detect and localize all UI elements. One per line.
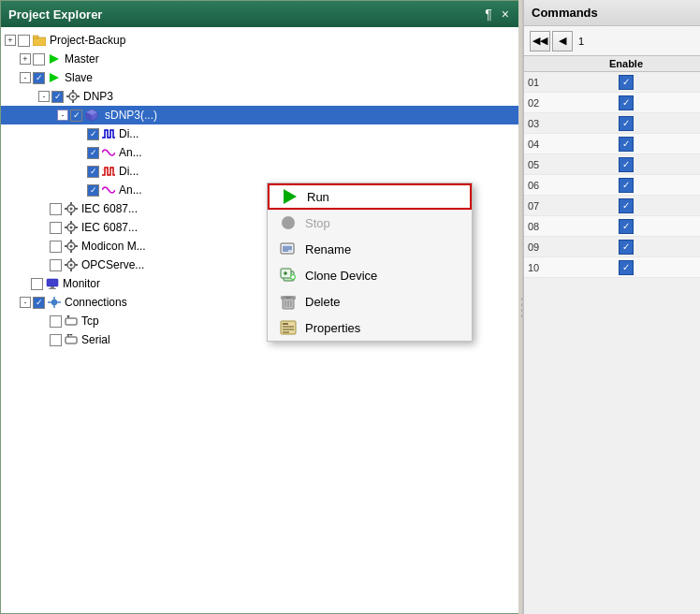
tree-item-an1[interactable]: An...	[1, 143, 519, 162]
svg-rect-18	[65, 208, 67, 210]
gear-opcserver-icon	[64, 257, 79, 272]
wave-di1-icon	[101, 126, 116, 141]
checkbox-tcp[interactable]	[50, 315, 62, 328]
cmd-checkbox-01[interactable]	[619, 75, 634, 90]
cmd-checkbox-08[interactable]	[619, 219, 634, 234]
svg-rect-40	[49, 288, 56, 289]
tree-item-dnp3[interactable]: - DNP3	[1, 87, 519, 106]
cmd-row-10[interactable]: 10	[524, 257, 700, 278]
rename-label: Rename	[305, 242, 351, 256]
tree-item-slave[interactable]: - Slave	[1, 68, 519, 87]
checkbox-modicon[interactable]	[50, 241, 62, 253]
cmd-checkbox-10[interactable]	[619, 260, 634, 275]
cmd-checkbox-04[interactable]	[619, 137, 634, 152]
checkbox-master[interactable]	[33, 53, 45, 66]
cmd-checkbox-07[interactable]	[619, 198, 634, 213]
cmd-checkbox-06[interactable]	[619, 178, 634, 193]
cmd-row-08[interactable]: 08	[524, 216, 700, 237]
cmd-row-03[interactable]: 03	[524, 113, 700, 134]
svg-rect-19	[75, 208, 78, 210]
label-di1: Di...	[119, 127, 139, 140]
context-menu-properties[interactable]: Properties	[268, 314, 472, 341]
svg-rect-39	[51, 286, 54, 288]
svg-point-5	[72, 95, 75, 98]
expand-slave[interactable]: -	[20, 72, 31, 83]
arrow-slave-icon	[47, 70, 62, 85]
cmd-row-01[interactable]: 01	[524, 72, 700, 93]
svg-rect-16	[70, 202, 72, 205]
pin-button[interactable]: ¶	[482, 7, 495, 21]
tree-item-project-backup[interactable]: + Project-Backup	[1, 31, 519, 50]
cmd-num-09: 09	[528, 241, 556, 253]
tree-item-di1[interactable]: Di...	[1, 124, 519, 143]
checkbox-connections[interactable]	[33, 297, 45, 309]
cmd-row-05[interactable]: 05	[524, 154, 700, 175]
play-icon	[281, 187, 299, 206]
checkbox-opcserver[interactable]	[50, 259, 62, 271]
monitor-icon	[45, 276, 60, 291]
checkbox-di1[interactable]	[87, 128, 99, 140]
delete-icon	[279, 292, 298, 311]
svg-rect-28	[70, 240, 72, 242]
svg-marker-3	[50, 73, 59, 82]
checkbox-monitor[interactable]	[31, 278, 43, 290]
svg-rect-17	[70, 212, 72, 215]
close-button[interactable]: ×	[499, 7, 512, 21]
svg-rect-34	[70, 258, 72, 261]
expand-project-backup[interactable]: +	[5, 35, 16, 46]
properties-icon	[279, 318, 298, 337]
cmd-row-04[interactable]: 04	[524, 134, 700, 154]
cmd-checkbox-09[interactable]	[619, 240, 634, 255]
panel-header-buttons: ¶ ×	[482, 7, 512, 21]
tree-item-sdnp3[interactable]: - sDNP3(...)	[1, 106, 519, 124]
checkbox-dnp3[interactable]	[51, 91, 64, 103]
commands-list: 01 02 03 04 05 06 07 08	[524, 72, 700, 614]
cmd-num-10: 10	[528, 262, 556, 273]
checkbox-project-backup[interactable]	[18, 35, 30, 47]
svg-rect-7	[72, 100, 74, 103]
context-menu-clone[interactable]: Clone Device	[268, 262, 472, 288]
cmd-row-09[interactable]: 09	[524, 237, 700, 257]
cmd-checkbox-02[interactable]	[619, 95, 634, 110]
svg-point-52	[70, 334, 73, 336]
cmd-num-05: 05	[528, 159, 556, 170]
page-number: 1	[578, 36, 584, 47]
label-tcp: Tcp	[81, 314, 99, 328]
first-page-button[interactable]: ◀◀	[530, 31, 550, 51]
checkbox-di2[interactable]	[87, 166, 99, 178]
tree-item-di2[interactable]: Di...	[1, 162, 519, 181]
checkbox-an2[interactable]	[87, 184, 99, 197]
tree-item-master[interactable]: + Master	[1, 50, 519, 68]
rename-icon	[279, 240, 298, 258]
expand-sdnp3[interactable]: -	[57, 110, 68, 121]
cmd-checkbox-03[interactable]	[619, 116, 634, 131]
checkbox-serial[interactable]	[50, 334, 62, 346]
cmd-row-02[interactable]: 02	[524, 93, 700, 113]
context-menu-stop[interactable]: Stop	[268, 210, 472, 236]
checkbox-sdnp3[interactable]	[70, 110, 82, 122]
label-master: Master	[65, 52, 99, 66]
context-menu-delete[interactable]: Delete	[268, 288, 472, 314]
properties-label: Properties	[305, 321, 360, 335]
cmd-checkbox-05[interactable]	[619, 157, 634, 172]
expand-connections[interactable]: -	[20, 297, 31, 308]
cmd-row-06[interactable]: 06	[524, 175, 700, 196]
commands-table-header: Enable	[524, 56, 700, 72]
context-menu-rename[interactable]: Rename	[268, 236, 472, 262]
prev-page-button[interactable]: ◀	[552, 31, 573, 51]
label-iec1: IEC 6087...	[81, 202, 138, 215]
folder-icon	[32, 33, 47, 48]
context-menu-run[interactable]: Run	[268, 183, 472, 210]
cmd-row-07[interactable]: 07	[524, 196, 700, 216]
svg-rect-46	[66, 318, 77, 325]
col-enable-header: Enable	[556, 58, 696, 69]
checkbox-iec1[interactable]	[50, 203, 62, 215]
checkbox-an1[interactable]	[87, 147, 99, 159]
checkbox-slave[interactable]	[33, 72, 45, 84]
label-an2: An...	[119, 183, 142, 197]
checkbox-iec2[interactable]	[50, 222, 62, 234]
svg-rect-25	[75, 227, 78, 228]
expand-master[interactable]: +	[20, 53, 31, 65]
expand-dnp3[interactable]: -	[38, 91, 50, 102]
label-monitor: Monitor	[63, 277, 100, 290]
